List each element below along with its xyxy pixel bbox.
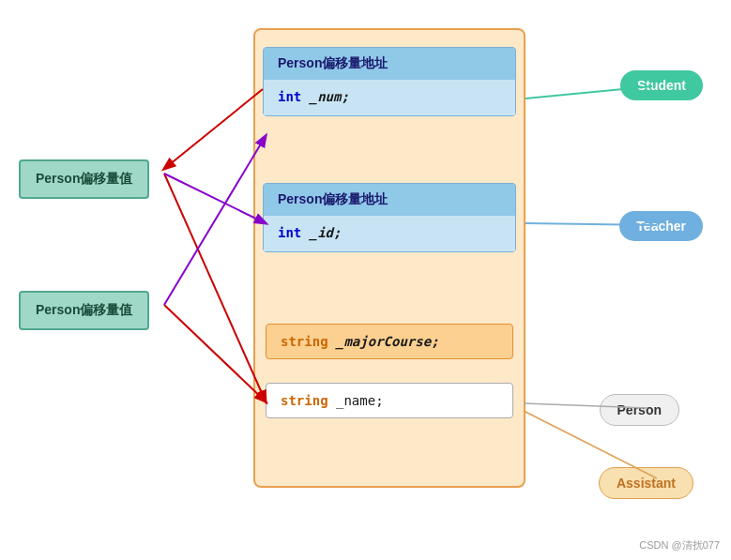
bubble-teacher: Teacher xyxy=(619,211,703,241)
student-body: int _num; xyxy=(264,80,515,115)
section-major: string _majorCourse; xyxy=(266,324,513,359)
red-back-arrow xyxy=(164,89,263,169)
student-header: Person偏移量地址 xyxy=(264,48,515,80)
student-var: _num; xyxy=(310,89,349,104)
bubble-person: Person xyxy=(600,394,679,426)
left-box-2: Person偏移量值 xyxy=(19,291,149,330)
section-student: Person偏移量地址 int _num; xyxy=(263,47,516,116)
left-box-1: Person偏移量值 xyxy=(19,159,149,199)
teacher-keyword: int xyxy=(278,225,301,240)
bubble-assistant: Assistant xyxy=(599,467,693,499)
section-name: string _name; xyxy=(266,383,513,418)
major-type: string xyxy=(281,334,328,349)
watermark: CSDN @清扰077 xyxy=(639,538,720,552)
name-type: string xyxy=(281,393,328,408)
student-keyword: int xyxy=(278,89,301,104)
red-arrow-2 xyxy=(164,305,266,401)
purple-arrow-2 xyxy=(164,136,266,305)
teacher-header: Person偏移量地址 xyxy=(264,184,515,216)
section-teacher: Person偏移量地址 int _id; xyxy=(263,183,516,252)
purple-arrow-1 xyxy=(164,174,266,223)
name-var: _name; xyxy=(336,393,384,408)
teacher-body: int _id; xyxy=(264,216,515,251)
diagram-canvas: Person偏移量地址 int _num; Person偏移量地址 int _i… xyxy=(0,0,731,560)
major-var: _majorCourse; xyxy=(336,334,439,349)
red-arrow-1 xyxy=(164,174,266,401)
teacher-var: _id; xyxy=(310,225,342,240)
bubble-student: Student xyxy=(620,70,703,100)
